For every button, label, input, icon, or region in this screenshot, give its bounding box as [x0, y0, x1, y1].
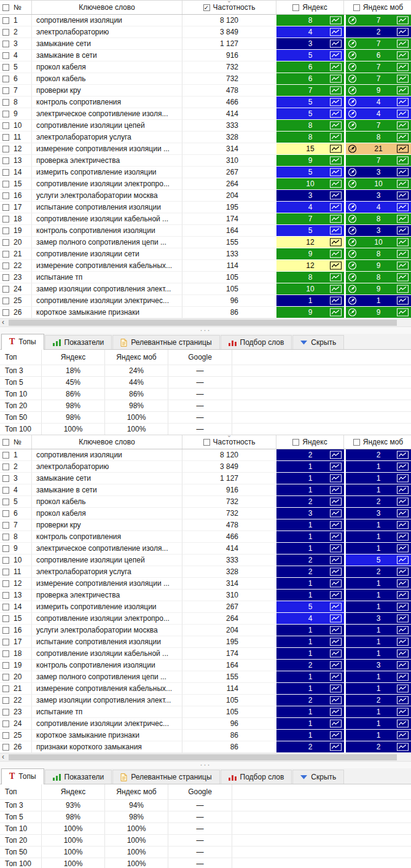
table-row[interactable]: 4 замыкание в сети 916 5 6 — [0, 50, 411, 61]
table-row[interactable]: 20 замер полного сопротивления цепи ... … — [0, 237, 411, 248]
position-chart-icon[interactable] — [330, 180, 342, 188]
table-row[interactable]: 18 сопротивление изоляции кабельной ... … — [0, 213, 411, 225]
table-row[interactable]: 2 электролабораторию 3 849 4 2 — [0, 26, 411, 38]
row-checkbox[interactable] — [2, 615, 9, 622]
table-row[interactable]: 12 измерение сопротивления изоляции ... … — [0, 143, 411, 155]
keyword-cell[interactable]: замер полного сопротивления цепи ... — [36, 673, 166, 681]
yandex-position-cell[interactable]: 3 — [276, 38, 344, 50]
position-chart-icon[interactable] — [330, 521, 342, 529]
row-checkbox[interactable] — [2, 744, 9, 751]
row-checkbox[interactable] — [2, 522, 9, 529]
table-row[interactable]: 26 короткое замыкание признаки 86 9 9 — [0, 307, 411, 318]
position-chart-icon[interactable] — [330, 157, 342, 165]
yandex-mobile-position-cell[interactable]: 7 — [346, 15, 411, 26]
table-row[interactable]: 3 замыкание сети 1 127 1 1 — [0, 473, 411, 484]
position-chart-icon[interactable] — [397, 708, 409, 716]
position-chart-icon[interactable] — [397, 732, 409, 740]
position-chart-icon[interactable] — [330, 568, 342, 576]
table-row[interactable]: 20 замер полного сопротивления цепи ... … — [0, 671, 411, 683]
position-chart-icon[interactable] — [330, 87, 342, 95]
keyword-cell[interactable]: измерение сопротивления кабельных... — [36, 261, 172, 270]
keyword-cell[interactable]: проверки кру — [36, 521, 81, 529]
table-row[interactable]: 9 электрическое сопротивление изоля... 4… — [0, 108, 411, 120]
frequency-checkbox[interactable]: ✓ — [203, 4, 210, 11]
position-chart-icon[interactable] — [397, 510, 409, 518]
keyword-cell[interactable]: замер изоляции сопротивления элект... — [36, 285, 171, 293]
keyword-cell[interactable]: контроль сопротивления изоляции — [36, 661, 155, 669]
keyword-cell[interactable]: проверка электричества — [36, 591, 120, 599]
position-chart-icon[interactable] — [330, 743, 342, 751]
position-chart-icon[interactable] — [330, 533, 342, 541]
position-chart-icon[interactable] — [397, 685, 409, 693]
keyword-cell[interactable]: контроль сопротивления изоляции — [36, 226, 155, 235]
table-row[interactable]: 23 испытание тп 105 1 1 — [0, 706, 411, 718]
row-checkbox[interactable] — [2, 216, 9, 223]
yandex-mobile-position-cell[interactable]: 4 — [346, 202, 411, 213]
yandex-mobile-position-cell[interactable]: 1 — [346, 625, 411, 636]
tab-metrics-bars[interactable]: Показатели — [45, 335, 112, 349]
yandex-mobile-position-cell[interactable]: 2 — [346, 26, 411, 38]
column-keyword[interactable]: Ключевое слово — [32, 1, 182, 14]
position-chart-icon[interactable] — [397, 498, 409, 506]
row-checkbox[interactable] — [2, 204, 9, 211]
yandex-position-cell[interactable]: 4 — [276, 26, 344, 38]
yandex-mobile-position-cell[interactable]: 7 — [346, 120, 411, 132]
keyword-cell[interactable]: сопротивление изоляции электропро... — [36, 614, 170, 623]
table-row[interactable]: 25 сопротивление изоляции электричес... … — [0, 295, 411, 307]
position-chart-icon[interactable] — [330, 451, 342, 459]
row-checkbox[interactable] — [2, 732, 9, 739]
row-checkbox[interactable] — [2, 64, 9, 71]
table-row[interactable]: 15 сопротивление изоляции электропро... … — [0, 613, 411, 625]
yandex-position-cell[interactable]: 2 — [276, 554, 344, 566]
table-row[interactable]: 17 испытание сопротивления изоляции 195 … — [0, 202, 411, 213]
table-row[interactable]: 24 сопротивление изоляции электричес... … — [0, 718, 411, 730]
row-checkbox[interactable] — [2, 87, 9, 94]
position-chart-icon[interactable] — [330, 262, 342, 270]
yandex-position-cell[interactable]: 1 — [276, 578, 344, 590]
position-chart-icon[interactable] — [330, 685, 342, 693]
yandex-position-cell[interactable]: 6 — [276, 61, 344, 73]
table-row[interactable]: 4 замыкание в сети 916 1 1 — [0, 484, 411, 496]
row-checkbox[interactable] — [2, 239, 9, 246]
keyword-cell[interactable]: услуги электролаборатории москва — [36, 626, 158, 634]
position-chart-icon[interactable] — [330, 463, 342, 471]
yandex-mobile-position-cell[interactable]: 3 — [346, 508, 411, 519]
position-chart-icon[interactable] — [397, 568, 409, 576]
position-chart-icon[interactable] — [330, 556, 342, 564]
position-chart-icon[interactable] — [330, 250, 342, 258]
yandex-mobile-position-cell[interactable]: 2 — [346, 741, 411, 753]
position-chart-icon[interactable] — [330, 720, 342, 728]
row-checkbox[interactable] — [2, 157, 9, 164]
position-chart-icon[interactable] — [330, 203, 342, 211]
yandex-mobile-position-cell[interactable]: 1 — [346, 543, 411, 554]
position-chart-icon[interactable] — [397, 638, 409, 646]
yandex-position-cell[interactable]: 2 — [276, 695, 344, 706]
yandex-position-cell[interactable]: 1 — [276, 648, 344, 660]
row-checkbox[interactable] — [2, 662, 9, 669]
table-row[interactable]: 8 контроль сопротивления 466 5 4 — [0, 97, 411, 108]
yandex-mobile-position-cell[interactable]: 1 — [346, 519, 411, 531]
yandex-mobile-position-cell[interactable]: 10 — [346, 237, 411, 248]
position-chart-icon[interactable] — [330, 133, 342, 141]
keyword-cell[interactable]: замыкание сети — [36, 474, 91, 483]
position-chart-icon[interactable] — [397, 262, 409, 270]
keyword-cell[interactable]: сопротивление изоляции электричес... — [36, 296, 169, 305]
yandex-mobile-position-cell[interactable]: 3 — [346, 167, 411, 178]
yandex-position-cell[interactable]: 1 — [276, 295, 344, 307]
row-checkbox[interactable] — [2, 604, 9, 610]
yandex-position-cell[interactable]: 8 — [276, 132, 344, 143]
keyword-cell[interactable]: замер полного сопротивления цепи ... — [36, 238, 166, 247]
position-chart-icon[interactable] — [330, 708, 342, 716]
table-row[interactable]: 21 сопротивление изоляции сети 133 9 8 — [0, 248, 411, 260]
position-chart-icon[interactable] — [397, 661, 409, 669]
yandex-mobile-position-cell[interactable]: 5 — [346, 554, 411, 566]
position-chart-icon[interactable] — [330, 28, 342, 36]
yandex-position-cell[interactable]: 10 — [276, 283, 344, 295]
table-row[interactable]: 6 прокол кабель 732 6 7 — [0, 73, 411, 85]
yandex-position-cell[interactable]: 2 — [276, 660, 344, 671]
keyword-cell[interactable]: проверка электричества — [36, 156, 120, 165]
table-row[interactable]: 5 прокол кабеля 732 6 7 — [0, 61, 411, 73]
horizontal-scrollbar[interactable]: ‹ — [0, 318, 411, 326]
yandex-position-cell[interactable]: 2 — [276, 566, 344, 578]
tab-hide-arrow[interactable]: Скрыть — [292, 770, 344, 784]
